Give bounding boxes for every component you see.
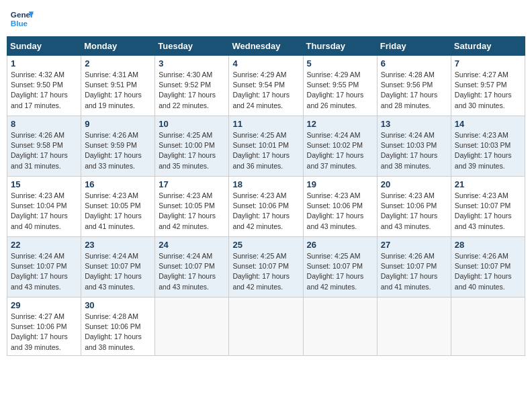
day-info: Sunrise: 4:28 AMSunset: 10:06 PMDaylight…: [85, 312, 142, 351]
day-info: Sunrise: 4:27 AMSunset: 10:06 PMDaylight…: [11, 312, 68, 351]
day-of-week-header: Monday: [81, 37, 155, 56]
day-of-week-header: Tuesday: [155, 37, 229, 56]
calendar-cell: 14 Sunrise: 4:23 AMSunset: 10:03 PMDayli…: [451, 116, 525, 177]
calendar-week-row: 15 Sunrise: 4:23 AMSunset: 10:04 PMDayli…: [7, 177, 525, 237]
day-of-week-header: Wednesday: [229, 37, 303, 56]
day-number: 3: [159, 58, 225, 68]
calendar-cell: 16 Sunrise: 4:23 AMSunset: 10:05 PMDayli…: [81, 177, 155, 237]
day-info: Sunrise: 4:23 AMSunset: 10:06 PMDaylight…: [381, 191, 438, 230]
day-number: 16: [85, 179, 151, 189]
day-number: 19: [307, 179, 373, 189]
day-info: Sunrise: 4:24 AMSunset: 10:07 PMDaylight…: [85, 252, 142, 291]
day-info: Sunrise: 4:29 AMSunset: 9:55 PMDaylight:…: [307, 71, 364, 109]
calendar-cell: 13 Sunrise: 4:24 AMSunset: 10:03 PMDayli…: [377, 116, 451, 177]
day-info: Sunrise: 4:25 AMSunset: 10:00 PMDaylight…: [159, 131, 216, 170]
calendar-cell: 26 Sunrise: 4:25 AMSunset: 10:07 PMDayli…: [303, 237, 377, 298]
day-number: 17: [159, 179, 225, 189]
day-info: Sunrise: 4:23 AMSunset: 10:05 PMDaylight…: [159, 191, 216, 230]
day-info: Sunrise: 4:26 AMSunset: 9:58 PMDaylight:…: [11, 131, 68, 170]
day-number: 9: [85, 119, 151, 129]
day-of-week-header: Saturday: [451, 37, 525, 56]
calendar-cell: 28 Sunrise: 4:26 AMSunset: 10:07 PMDayli…: [451, 237, 525, 298]
calendar-cell: 11 Sunrise: 4:25 AMSunset: 10:01 PMDayli…: [229, 116, 303, 177]
day-of-week-header: Thursday: [303, 37, 377, 56]
day-number: 28: [455, 240, 521, 250]
calendar-week-row: 22 Sunrise: 4:24 AMSunset: 10:07 PMDayli…: [7, 237, 525, 298]
calendar-cell: 6 Sunrise: 4:28 AMSunset: 9:56 PMDayligh…: [377, 56, 451, 116]
calendar-cell: 30 Sunrise: 4:28 AMSunset: 10:06 PMDayli…: [81, 298, 155, 356]
day-info: Sunrise: 4:25 AMSunset: 10:01 PMDaylight…: [232, 131, 290, 170]
calendar-table: SundayMondayTuesdayWednesdayThursdayFrid…: [7, 36, 525, 356]
svg-text:Blue: Blue: [11, 19, 28, 28]
calendar-cell: 10 Sunrise: 4:25 AMSunset: 10:00 PMDayli…: [155, 116, 229, 177]
day-number: 4: [232, 58, 299, 68]
day-number: 26: [307, 240, 373, 250]
day-info: Sunrise: 4:31 AMSunset: 9:51 PMDaylight:…: [85, 71, 142, 109]
day-number: 13: [381, 119, 447, 129]
day-number: 10: [159, 119, 225, 129]
day-info: Sunrise: 4:23 AMSunset: 10:04 PMDaylight…: [11, 191, 68, 230]
day-number: 12: [307, 119, 373, 129]
day-number: 7: [455, 58, 521, 68]
calendar-cell: 27 Sunrise: 4:26 AMSunset: 10:07 PMDayli…: [377, 237, 451, 298]
day-info: Sunrise: 4:24 AMSunset: 10:03 PMDaylight…: [381, 131, 438, 170]
header: General Blue: [7, 7, 525, 31]
calendar-cell: 4 Sunrise: 4:29 AMSunset: 9:54 PMDayligh…: [229, 56, 303, 116]
calendar-week-row: 29 Sunrise: 4:27 AMSunset: 10:06 PMDayli…: [7, 298, 525, 356]
day-info: Sunrise: 4:29 AMSunset: 9:54 PMDaylight:…: [232, 71, 290, 109]
calendar-cell: 19 Sunrise: 4:23 AMSunset: 10:06 PMDayli…: [303, 177, 377, 237]
day-number: 21: [455, 179, 521, 189]
calendar-cell: 15 Sunrise: 4:23 AMSunset: 10:04 PMDayli…: [7, 177, 81, 237]
day-info: Sunrise: 4:32 AMSunset: 9:50 PMDaylight:…: [11, 71, 68, 109]
day-number: 29: [11, 300, 77, 310]
logo: General Blue: [9, 7, 34, 31]
calendar-cell: 9 Sunrise: 4:26 AMSunset: 9:59 PMDayligh…: [81, 116, 155, 177]
day-info: Sunrise: 4:24 AMSunset: 10:07 PMDaylight…: [159, 252, 216, 291]
day-info: Sunrise: 4:23 AMSunset: 10:03 PMDaylight…: [455, 131, 512, 170]
day-info: Sunrise: 4:26 AMSunset: 10:07 PMDaylight…: [381, 252, 438, 291]
calendar-cell: [155, 298, 229, 356]
day-info: Sunrise: 4:26 AMSunset: 10:07 PMDaylight…: [455, 252, 512, 291]
day-number: 20: [381, 179, 447, 189]
calendar-cell: 17 Sunrise: 4:23 AMSunset: 10:05 PMDayli…: [155, 177, 229, 237]
calendar-cell: 8 Sunrise: 4:26 AMSunset: 9:58 PMDayligh…: [7, 116, 81, 177]
day-info: Sunrise: 4:28 AMSunset: 9:56 PMDaylight:…: [381, 71, 438, 109]
day-number: 11: [232, 119, 299, 129]
calendar-cell: 25 Sunrise: 4:25 AMSunset: 10:07 PMDayli…: [229, 237, 303, 298]
day-info: Sunrise: 4:23 AMSunset: 10:06 PMDaylight…: [307, 191, 364, 230]
day-info: Sunrise: 4:30 AMSunset: 9:52 PMDaylight:…: [159, 71, 216, 109]
day-number: 6: [381, 58, 447, 68]
calendar-cell: 24 Sunrise: 4:24 AMSunset: 10:07 PMDayli…: [155, 237, 229, 298]
day-number: 23: [85, 240, 151, 250]
calendar-header-row: SundayMondayTuesdayWednesdayThursdayFrid…: [7, 37, 525, 56]
calendar-cell: 12 Sunrise: 4:24 AMSunset: 10:02 PMDayli…: [303, 116, 377, 177]
day-number: 24: [159, 240, 225, 250]
day-info: Sunrise: 4:23 AMSunset: 10:06 PMDaylight…: [232, 191, 290, 230]
calendar-week-row: 1 Sunrise: 4:32 AMSunset: 9:50 PMDayligh…: [7, 56, 525, 116]
day-number: 27: [381, 240, 447, 250]
calendar-week-row: 8 Sunrise: 4:26 AMSunset: 9:58 PMDayligh…: [7, 116, 525, 177]
day-info: Sunrise: 4:23 AMSunset: 10:07 PMDaylight…: [455, 191, 512, 230]
day-number: 18: [232, 179, 299, 189]
calendar-cell: [451, 298, 525, 356]
day-number: 8: [11, 119, 77, 129]
day-info: Sunrise: 4:24 AMSunset: 10:02 PMDaylight…: [307, 131, 364, 170]
day-number: 1: [11, 58, 77, 68]
calendar-cell: [377, 298, 451, 356]
day-of-week-header: Sunday: [7, 37, 81, 56]
day-number: 2: [85, 58, 151, 68]
day-number: 25: [232, 240, 299, 250]
day-info: Sunrise: 4:24 AMSunset: 10:07 PMDaylight…: [11, 252, 68, 291]
day-info: Sunrise: 4:26 AMSunset: 9:59 PMDaylight:…: [85, 131, 142, 170]
day-info: Sunrise: 4:23 AMSunset: 10:05 PMDaylight…: [85, 191, 142, 230]
calendar-cell: 18 Sunrise: 4:23 AMSunset: 10:06 PMDayli…: [229, 177, 303, 237]
day-of-week-header: Friday: [377, 37, 451, 56]
day-info: Sunrise: 4:25 AMSunset: 10:07 PMDaylight…: [307, 252, 364, 291]
calendar-cell: 22 Sunrise: 4:24 AMSunset: 10:07 PMDayli…: [7, 237, 81, 298]
day-number: 15: [11, 179, 77, 189]
day-number: 14: [455, 119, 521, 129]
calendar-cell: [229, 298, 303, 356]
logo-icon: General Blue: [9, 7, 34, 31]
calendar-cell: 2 Sunrise: 4:31 AMSunset: 9:51 PMDayligh…: [81, 56, 155, 116]
day-info: Sunrise: 4:25 AMSunset: 10:07 PMDaylight…: [232, 252, 290, 291]
